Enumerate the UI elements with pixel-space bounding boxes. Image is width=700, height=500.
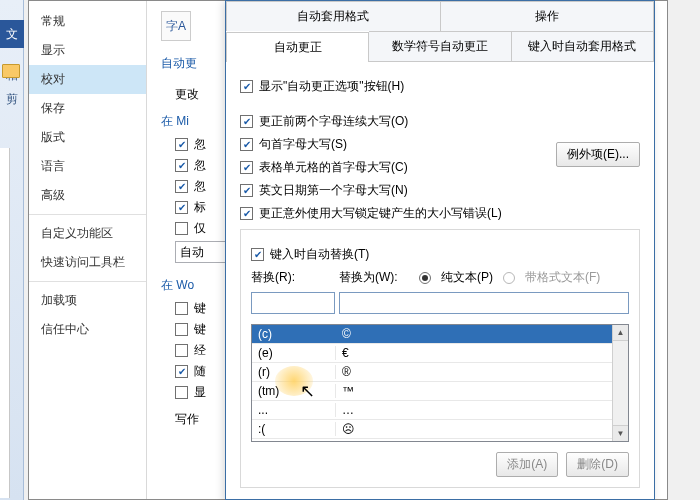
with-input[interactable] — [339, 292, 629, 314]
tab-autoformat-typing[interactable]: 键入时自动套用格式 — [512, 31, 654, 61]
options-sidebar: 常规 显示 校对 保存 版式 语言 高级 自定义功能区 快速访问工具栏 加载项 … — [29, 1, 147, 499]
checkbox-day-cap[interactable] — [240, 184, 253, 197]
option-label: 标 — [194, 199, 206, 216]
checkbox-capslock[interactable] — [240, 207, 253, 220]
sidebar-item-proofing[interactable]: 校对 — [29, 65, 146, 94]
autocorrect-body: 显示"自动更正选项"按钮(H) 更正前两个字母连续大写(O) 句首字母大写(S)… — [226, 62, 654, 498]
cell-from: (r) — [252, 365, 336, 379]
checkbox[interactable] — [175, 222, 188, 235]
checkbox-table-cap[interactable] — [240, 161, 253, 174]
table-row[interactable]: (tm) ™ — [252, 382, 612, 401]
checkbox[interactable] — [175, 365, 188, 378]
sidebar-divider — [29, 214, 146, 215]
option-label: 忽 — [194, 178, 206, 195]
label-day-cap: 英文日期第一个字母大写(N) — [259, 182, 408, 199]
cell-to: … — [336, 403, 612, 417]
sidebar-item-display[interactable]: 显示 — [29, 36, 146, 65]
sidebar-item-layout[interactable]: 版式 — [29, 123, 146, 152]
option-label: 显 — [194, 384, 206, 401]
checkbox[interactable] — [175, 138, 188, 151]
radio-formatted-text — [503, 272, 515, 284]
exceptions-button[interactable]: 例外项(E)... — [556, 142, 640, 167]
label-capslock: 更正意外使用大写锁定键产生的大小写错误(L) — [259, 205, 502, 222]
table-row[interactable]: :( ☹ — [252, 420, 612, 439]
cell-from: (tm) — [252, 384, 336, 398]
sidebar-item-language[interactable]: 语言 — [29, 152, 146, 181]
label-show-buttons: 显示"自动更正选项"按钮(H) — [259, 78, 404, 95]
table-row[interactable]: (r) ® — [252, 363, 612, 382]
sidebar-item-advanced[interactable]: 高级 — [29, 181, 146, 210]
sidebar-divider — [29, 281, 146, 282]
checkbox-show-buttons[interactable] — [240, 80, 253, 93]
sidebar-item-customize-ribbon[interactable]: 自定义功能区 — [29, 219, 146, 248]
radio-plain-label: 纯文本(P) — [441, 269, 493, 286]
checkbox[interactable] — [175, 180, 188, 193]
cell-to: € — [336, 346, 612, 360]
sidebar-item-save[interactable]: 保存 — [29, 94, 146, 123]
checkbox[interactable] — [175, 201, 188, 214]
table-row[interactable]: (e) € — [252, 344, 612, 363]
tab-math-autocorrect[interactable]: 数学符号自动更正 — [369, 31, 511, 61]
cell-to: ☹ — [336, 422, 612, 436]
cell-from: (c) — [252, 327, 336, 341]
checkbox[interactable] — [175, 386, 188, 399]
option-label: 随 — [194, 363, 206, 380]
table-row[interactable]: :-( ☹ — [252, 439, 612, 441]
label-replace-as-type: 键入时自动替换(T) — [270, 246, 369, 263]
table-row[interactable]: (c) © — [252, 325, 612, 344]
label-table-cap: 表格单元格的首字母大写(C) — [259, 159, 408, 176]
cell-to: © — [336, 327, 612, 341]
add-button[interactable]: 添加(A) — [496, 452, 558, 477]
option-label: 经 — [194, 342, 206, 359]
cell-from: ... — [252, 403, 336, 417]
replace-input[interactable] — [251, 292, 335, 314]
proofing-icon: 字A — [161, 11, 191, 41]
delete-button[interactable]: 删除(D) — [566, 452, 629, 477]
tabs-container: 自动套用格式 操作 自动更正 数学符号自动更正 键入时自动套用格式 — [226, 1, 654, 62]
radio-plain-text[interactable] — [419, 272, 431, 284]
checkbox-replace-as-type[interactable] — [251, 248, 264, 261]
option-label: 键 — [194, 321, 206, 338]
scroll-up-icon[interactable]: ▲ — [613, 325, 628, 341]
tab-autoformat[interactable]: 自动套用格式 — [226, 1, 441, 31]
checkbox[interactable] — [175, 323, 188, 336]
option-label: 键 — [194, 300, 206, 317]
replace-group: 键入时自动替换(T) 替换(R): 替换为(W): 纯文本(P) 带格式文本(F… — [240, 229, 640, 488]
sidebar-item-general[interactable]: 常规 — [29, 7, 146, 36]
autocorrect-dialog: 自动套用格式 操作 自动更正 数学符号自动更正 键入时自动套用格式 显示"自动更… — [225, 0, 655, 500]
ribbon-file-tab[interactable]: 文 — [0, 20, 24, 48]
checkbox-two-caps[interactable] — [240, 115, 253, 128]
option-label: 忽 — [194, 136, 206, 153]
cell-from: :( — [252, 422, 336, 436]
replace-label: 替换(R): — [251, 269, 329, 286]
with-label: 替换为(W): — [339, 269, 409, 286]
autocorrect-table-body[interactable]: (c) © (e) € (r) ® (tm) ™ — [252, 325, 612, 441]
checkbox[interactable] — [175, 302, 188, 315]
sidebar-item-qat[interactable]: 快速访问工具栏 — [29, 248, 146, 277]
option-label: 忽 — [194, 157, 206, 174]
autocorrect-table: (c) © (e) € (r) ® (tm) ™ — [251, 324, 629, 442]
sidebar-item-trust[interactable]: 信任中心 — [29, 315, 146, 344]
radio-formatted-label: 带格式文本(F) — [525, 269, 600, 286]
scroll-down-icon[interactable]: ▼ — [613, 425, 628, 441]
option-label: 仅 — [194, 220, 206, 237]
tab-autocorrect[interactable]: 自动更正 — [226, 32, 369, 62]
scrollbar[interactable]: ▲ ▼ — [612, 325, 628, 441]
folder-icon[interactable] — [2, 64, 20, 78]
cell-to: ™ — [336, 384, 612, 398]
label-two-caps: 更正前两个字母连续大写(O) — [259, 113, 408, 130]
sidebar-item-addins[interactable]: 加载项 — [29, 286, 146, 315]
checkbox-sentence-cap[interactable] — [240, 138, 253, 151]
cell-from: (e) — [252, 346, 336, 360]
label-sentence-cap: 句首字母大写(S) — [259, 136, 347, 153]
checkbox[interactable] — [175, 344, 188, 357]
table-row[interactable]: ... … — [252, 401, 612, 420]
checkbox[interactable] — [175, 159, 188, 172]
vertical-ruler — [0, 148, 10, 498]
cell-to: ® — [336, 365, 612, 379]
cut-button[interactable]: 剪 — [1, 88, 23, 110]
tab-actions[interactable]: 操作 — [441, 1, 655, 31]
